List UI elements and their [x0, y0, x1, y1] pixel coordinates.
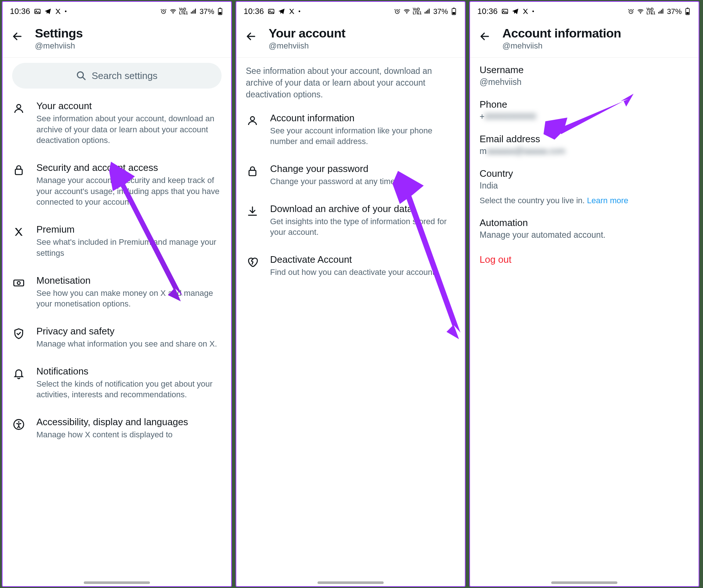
svg-point-3 — [173, 13, 174, 14]
arrow-left-icon — [245, 31, 257, 42]
bell-icon — [12, 367, 25, 380]
svg-rect-4 — [191, 12, 191, 14]
item-desc: Manage what information you see and shar… — [36, 338, 222, 349]
info-value: @mehviish — [480, 77, 689, 87]
more-dot-icon: • — [65, 8, 67, 15]
info-country[interactable]: Country India Select the country you liv… — [470, 161, 699, 211]
info-label: Automation — [480, 217, 689, 229]
settings-item-accessibility[interactable]: Accessibility, display and languagesMana… — [3, 408, 231, 448]
svg-point-22 — [406, 13, 408, 14]
info-label: Country — [480, 168, 689, 179]
item-title: Account information — [270, 112, 455, 124]
svg-point-36 — [640, 13, 641, 14]
back-button[interactable] — [477, 29, 492, 44]
account-item-password[interactable]: Change your passwordChange your password… — [236, 155, 465, 195]
screen-description: See information about your account, down… — [236, 58, 465, 104]
svg-point-12 — [17, 104, 21, 108]
item-desc: Get insights into the type of informatio… — [270, 216, 455, 238]
logout-button[interactable]: Log out — [470, 245, 699, 274]
your-account-screen: 10:36 • VoDLTE1 37% Your account @mehvii… — [236, 1, 466, 587]
info-label: Username — [480, 64, 689, 76]
battery-icon — [684, 8, 691, 15]
search-input[interactable]: Search settings — [12, 63, 222, 89]
item-title: Deactivate Account — [270, 254, 455, 265]
item-title: Accessibility, display and languages — [36, 416, 222, 428]
svg-rect-5 — [192, 11, 193, 14]
svg-rect-26 — [429, 9, 430, 14]
volte-icon: VoDLTE1 — [646, 8, 655, 15]
item-title: Change your password — [270, 163, 455, 175]
page-handle: @mehviish — [269, 41, 345, 51]
learn-more-link[interactable]: Learn more — [587, 196, 628, 205]
alarm-icon — [160, 8, 167, 15]
info-value: +00000000000 — [480, 112, 689, 122]
search-icon — [76, 71, 86, 81]
status-bar: 10:36 • VoDLTE1 37% — [236, 2, 465, 19]
svg-rect-23 — [424, 12, 425, 14]
info-value: maaaaaa@aaaaa.com — [480, 146, 689, 156]
item-title: Premium — [36, 224, 222, 235]
telegram-icon — [278, 8, 285, 15]
shield-icon — [12, 327, 25, 340]
item-desc: See your account information like your p… — [270, 125, 455, 147]
gesture-bar[interactable] — [551, 581, 617, 584]
status-bar: 10:36 • VoDLTE1 37% — [3, 2, 231, 19]
status-time: 10:36 — [10, 7, 30, 16]
back-button[interactable] — [244, 29, 258, 44]
svg-rect-43 — [686, 12, 689, 14]
info-automation[interactable]: Automation Manage your automated account… — [470, 211, 699, 245]
item-desc: Change your password at any time. — [270, 176, 455, 187]
status-time: 10:36 — [244, 7, 264, 16]
download-icon — [246, 205, 259, 218]
header: Your account @mehviish — [236, 19, 465, 58]
status-notif-icons: • — [501, 8, 534, 15]
image-icon — [268, 8, 275, 15]
info-email[interactable]: Email address maaaaaa@aaaaa.com — [470, 127, 699, 161]
page-title: Account information — [502, 26, 621, 40]
lock-icon — [12, 164, 25, 177]
person-icon — [246, 114, 259, 127]
signal-icon — [657, 8, 665, 15]
item-title: Notifications — [36, 366, 222, 377]
item-title: Your account — [36, 100, 222, 112]
account-item-deactivate[interactable]: Deactivate AccountFind out how you can d… — [236, 246, 465, 286]
settings-item-monetisation[interactable]: MonetisationSee how you can make money o… — [3, 267, 231, 318]
alarm-icon — [394, 8, 401, 15]
lock-icon — [246, 165, 259, 178]
battery-percent: 37% — [433, 7, 448, 16]
volte-icon: VoDLTE1 — [179, 8, 188, 15]
header: Settings @mehviish — [3, 19, 231, 58]
more-dot-icon: • — [298, 8, 301, 15]
settings-item-your-account[interactable]: Your accountSee information about your a… — [3, 92, 231, 154]
page-handle: @mehviish — [502, 41, 621, 51]
svg-rect-42 — [687, 8, 688, 8]
gesture-bar[interactable] — [84, 581, 150, 584]
settings-item-premium[interactable]: PremiumSee what's included in Premium an… — [3, 216, 231, 266]
info-phone[interactable]: Phone +00000000000 — [470, 92, 699, 127]
svg-rect-38 — [660, 11, 660, 14]
account-item-info[interactable]: Account informationSee your account info… — [236, 104, 465, 155]
item-desc: Manage how X content is displayed to — [36, 429, 222, 440]
item-desc: See information about your account, down… — [36, 113, 222, 146]
settings-item-security[interactable]: Security and account accessManage your a… — [3, 154, 231, 216]
info-label: Email address — [480, 133, 689, 145]
signal-icon — [190, 8, 197, 15]
settings-item-notifications[interactable]: NotificationsSelect the kinds of notific… — [3, 358, 231, 408]
image-icon — [34, 8, 41, 15]
gesture-bar[interactable] — [318, 581, 384, 584]
more-dot-icon: • — [532, 8, 534, 15]
item-title: Monetisation — [36, 275, 222, 286]
settings-item-privacy[interactable]: Privacy and safetyManage what informatio… — [3, 318, 231, 358]
account-item-download[interactable]: Download an archive of your dataGet insi… — [236, 195, 465, 246]
x-logo-icon — [288, 8, 295, 15]
battery-icon — [450, 8, 458, 15]
heart-broken-icon — [246, 255, 259, 269]
info-username[interactable]: Username @mehviish — [470, 58, 699, 92]
telegram-icon — [44, 8, 51, 15]
svg-rect-14 — [14, 280, 24, 286]
battery-icon — [216, 8, 224, 15]
svg-rect-28 — [453, 8, 455, 8]
back-button[interactable] — [10, 29, 25, 44]
page-title: Your account — [269, 26, 345, 40]
item-title: Download an archive of your data — [270, 203, 455, 215]
